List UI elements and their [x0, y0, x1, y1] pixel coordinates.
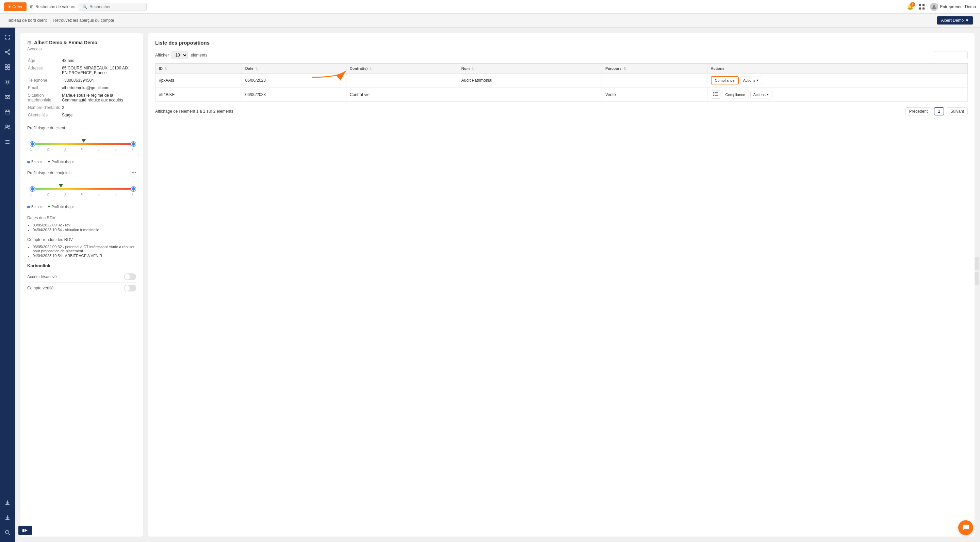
svg-rect-13 — [8, 67, 10, 69]
table-row: #pxAAts06/06/2023Audit PatrimonialCompli… — [156, 73, 968, 88]
th-contrats[interactable]: Contrat(s) ⇅ — [346, 64, 458, 73]
list-icon-button[interactable] — [711, 90, 721, 99]
sidebar-item-share[interactable] — [2, 46, 14, 58]
breadcrumb-bar: Tableau de bord client | Retrouvez les a… — [0, 14, 980, 27]
info-row: Nombre d'enfants2 — [27, 104, 136, 111]
user-menu[interactable]: Entrepreneur Demo — [930, 3, 976, 11]
svg-line-8 — [6, 51, 8, 52]
pagination-info: Affichage de l'élément 1 à 2 sur 2 éléme… — [155, 109, 234, 114]
scroll-indicator-2 — [975, 272, 978, 285]
karbon-row: Compte vérifié — [27, 282, 136, 293]
risk-numbers-conjoint: 1234567 — [27, 192, 136, 196]
proposals-title: Liste des propositions — [155, 40, 968, 46]
sidebar-item-list[interactable] — [2, 136, 14, 148]
th-actions[interactable]: Actions — [707, 64, 967, 73]
table-search-input[interactable] — [934, 51, 968, 59]
right-panel: Liste des propositions Afficher 10 éléme… — [148, 33, 975, 537]
plus-icon: + — [8, 4, 11, 10]
elements-label: éléments — [191, 53, 207, 57]
action-group: ComplianceActions ▼ — [711, 76, 964, 84]
svg-rect-1 — [923, 4, 924, 6]
action-group: ComplianceActions ▼ — [711, 90, 964, 99]
info-row: Âge48 ans — [27, 57, 136, 64]
svg-point-21 — [8, 126, 10, 127]
compliance-button[interactable]: Compliance — [711, 76, 739, 84]
show-filter: Afficher 10 éléments — [155, 51, 968, 59]
search-input[interactable] — [89, 5, 137, 9]
create-button[interactable]: + Créer — [4, 2, 27, 11]
sidebar-item-dashboard[interactable] — [2, 61, 14, 73]
rdv-item: 04/04/2023 10:54 - situation trimestriel… — [33, 228, 136, 232]
prev-page-button[interactable]: Précédent — [905, 107, 932, 115]
info-row: Adresse65 COURS MIRABEAUX, 13100 AIX EN … — [27, 64, 136, 77]
chat-button[interactable] — [958, 520, 973, 535]
sidebar — [0, 27, 15, 542]
sort-icon: ⇅ — [624, 67, 626, 70]
svg-line-9 — [6, 53, 8, 53]
cell-id: #94BiKF — [156, 88, 242, 102]
client-header: ⊞ Albert Demo & Emma Demo — [27, 40, 136, 45]
video-button[interactable] — [18, 526, 32, 535]
compliance-button[interactable]: Compliance — [722, 91, 749, 99]
th-date[interactable]: Date ⇅ — [242, 64, 346, 73]
rdv-item: 03/05/2022 09:32 - rdv — [33, 223, 136, 227]
th-nom[interactable]: Nom ⇅ — [458, 64, 601, 73]
cell-id: #pxAAts — [156, 73, 242, 88]
sidebar-item-expand[interactable] — [2, 31, 14, 43]
svg-point-14 — [6, 81, 8, 83]
sidebar-item-search[interactable] — [2, 526, 14, 539]
risk-conjoint-title: Profil risque du conjoint : — [27, 171, 72, 175]
th-parcours[interactable]: Parcours ⇅ — [601, 64, 707, 73]
toggle-compte-vérifié[interactable] — [124, 285, 136, 292]
user-avatar — [930, 3, 938, 11]
sidebar-item-settings[interactable] — [2, 76, 14, 88]
breadcrumb-part1[interactable]: Tableau de bord client — [7, 18, 47, 23]
karbon-row: Accès désactivé — [27, 271, 136, 282]
cell-parcours — [601, 73, 707, 88]
karbon-section: Karbonlink Accès désactivé Compte vérifi… — [27, 263, 136, 293]
pagination-controls: Précédent 1 Suivant — [905, 107, 968, 115]
th-id[interactable]: ID ⇅ — [156, 64, 242, 73]
cr-item: 04/04/2023 10:54 - ARBITRAGE A VENIR — [33, 253, 136, 258]
show-count-select[interactable]: 10 — [172, 51, 188, 59]
top-nav-right: 🔔 9 Entrepreneur Demo — [907, 3, 976, 11]
actions-button[interactable]: Actions ▼ — [750, 91, 772, 99]
apps-grid-icon[interactable] — [919, 4, 924, 10]
cell-contrats — [346, 73, 458, 88]
actions-button[interactable]: Actions ▼ — [740, 77, 762, 84]
risk-numbers: 1234567 — [27, 147, 136, 151]
scroll-indicators — [973, 255, 980, 287]
sidebar-item-mail[interactable] — [2, 91, 14, 103]
risk-chart-conjoint: 1234567 Bornes Profil de risque — [27, 178, 136, 209]
rdv-title: Dates des RDV — [27, 215, 136, 220]
toggle-accès-désactivé[interactable] — [124, 273, 136, 280]
breadcrumb-part2: Retrouvez les aperçus du compte — [53, 18, 115, 23]
recherche-link[interactable]: ⊞ Recherche de valeurs — [30, 5, 75, 9]
cell-actions: ComplianceActions ▼ — [707, 73, 967, 88]
svg-point-27 — [5, 531, 9, 534]
table-row: #94BiKF06/06/2023Contrat vieVente Compli… — [156, 88, 968, 102]
risk-legend-client: Bornes Profil de risque — [27, 160, 136, 164]
client-icon: ⊞ — [27, 40, 31, 45]
svg-rect-0 — [919, 4, 921, 6]
proposals-table: ID ⇅Date ⇅Contrat(s) ⇅Nom ⇅Parcours ⇅Act… — [155, 63, 968, 102]
search-bar[interactable]: 🔍 — [79, 3, 147, 11]
current-page[interactable]: 1 — [934, 107, 944, 115]
svg-rect-11 — [8, 65, 10, 67]
show-label: Afficher — [155, 53, 169, 57]
content-area: ⊞ Albert Demo & Emma Demo Avocats Âge48 … — [15, 27, 980, 542]
notification-button[interactable]: 🔔 9 — [907, 3, 914, 10]
conjoint-more-icon[interactable]: ••• — [132, 171, 136, 175]
svg-point-5 — [8, 50, 10, 51]
sidebar-item-download2[interactable] — [2, 511, 14, 524]
chevron-icon: ▼ — [756, 79, 759, 82]
cell-contrats: Contrat vie — [346, 88, 458, 102]
sidebar-item-download1[interactable] — [2, 496, 14, 509]
sidebar-item-users[interactable] — [2, 121, 14, 133]
active-client-button[interactable]: Albert Demo ▼ — [937, 16, 973, 24]
sidebar-item-calendar[interactable] — [2, 106, 14, 118]
chevron-icon: ▼ — [766, 93, 769, 96]
cr-section: Compte-rendus des RDV 03/05/2022 09:32 -… — [27, 237, 136, 258]
svg-point-6 — [5, 51, 6, 53]
next-page-button[interactable]: Suivant — [947, 107, 968, 115]
